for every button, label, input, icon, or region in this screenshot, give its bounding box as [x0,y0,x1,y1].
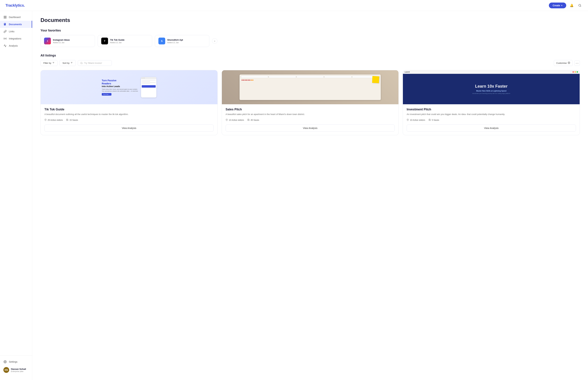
favorite-date: Added 21 Jan [167,41,183,43]
sidebar-item-links[interactable]: Links [0,28,32,35]
favorite-card-instagram[interactable]: I Instagram Ideas Added 21 Jan [40,35,95,47]
search-placeholder: Try 'Miami invoice' [84,62,102,64]
user-name: Hassan Sohail [11,368,26,370]
search-box-icon [80,62,83,64]
save-icon [429,119,431,121]
sales-preview-image [222,70,399,104]
favorite-thumbnail-tiktok: T [101,38,108,44]
topbar: Tracklytics. Create + 🔔 [0,0,588,11]
svg-rect-2 [4,16,5,17]
search-icon[interactable] [577,3,583,8]
card-title: Tik Tok Guide [44,108,214,111]
invest-content: Learn 10x Faster Master New Skills at Li… [403,74,580,104]
sidebar-item-dashboard[interactable]: Dashboard [0,14,32,21]
card-stats: 13 Active visitors 45 Saves [226,119,395,121]
preview-mockup [141,77,156,97]
stat-saves: 45 Saves [247,119,259,121]
sticky-note [372,76,379,83]
app-logo[interactable]: Tracklytics. [5,3,25,8]
visitors-count: 25 Active visitors [48,119,63,121]
user-details: Hassan Sohail Enterprise plan [11,368,26,372]
svg-line-18 [82,63,82,64]
integrations-icon [3,37,7,40]
favorite-name: Shoreditch Apt [167,38,183,41]
card-body: Sales Pitch A beautiful sales pitch for … [222,104,399,135]
sidebar-item-analysis[interactable]: Analysis [0,42,32,49]
invest-subheadline: Master New Skills at Lightning Speed [476,90,506,92]
filter-row: Filter by Sort by Try 'Miami invoice' [40,60,580,66]
svg-line-1 [580,6,581,6]
svg-point-21 [227,119,227,120]
create-plus-icon: + [561,4,563,7]
user-profile[interactable]: HS Hassan Sohail Enterprise plan [0,365,32,375]
avatar: HS [3,367,9,373]
view-analysis-button-sales[interactable]: View Analysis [226,125,395,132]
preview-sub: Track every click, hover, and second spe… [102,88,138,92]
create-button[interactable]: Create + [549,2,566,8]
filter-by-button[interactable]: Filter by [40,60,57,66]
favorite-card-tiktok[interactable]: T Tik Tok Guide Added 21 Jan [98,35,152,47]
sidebar: Dashboard Documents Links Integrations [0,11,32,380]
sidebar-item-integrations[interactable]: Integrations [0,35,32,42]
listings-title: All listings [40,54,580,57]
notification-icon[interactable]: 🔔 [569,3,574,8]
favorites-row: I Instagram Ideas Added 21 Jan T Tik Tok… [40,35,580,47]
card-title: Investment Pitch [407,108,576,111]
view-analysis-button-tiktok[interactable]: View Analysis [44,125,214,132]
page-title: Documents [40,17,580,23]
document-card-sales: Sales Pitch A beautiful sales pitch for … [222,70,399,135]
favorite-name: Instagram Ideas [53,38,70,41]
whiteboard-visual [240,75,381,100]
favorites-next-button[interactable]: › [212,38,217,44]
visitors-count: 13 Active visitors [229,119,244,121]
sort-by-button[interactable]: Sort by [59,60,76,66]
saves-count: 45 Saves [251,119,259,121]
analysis-icon [3,44,7,47]
svg-point-22 [407,119,408,120]
card-description: A beautiful document outlining all the u… [44,113,214,116]
logo-dot: . [24,3,25,7]
favorite-info: Instagram Ideas Added 21 Jan [53,38,70,43]
sidebar-item-label: Integrations [9,37,21,40]
card-title: Sales Pitch [226,108,395,111]
view-analysis-button-investment[interactable]: View Analysis [407,125,576,132]
save-icon [247,119,250,121]
stat-visitors: 10 Active visitors [407,119,425,121]
svg-rect-3 [5,16,6,17]
stat-saves: 15 Saves [66,119,78,121]
stat-visitors: 25 Active visitors [44,119,63,121]
svg-rect-8 [4,24,5,24]
svg-rect-7 [4,23,5,24]
location-icon [44,119,47,121]
sort-icon [70,62,73,64]
card-description: A beautiful sales pitch for an apartment… [226,113,395,116]
document-card-tiktok: Turn PassiveReaders into Active Leads Tr… [40,70,218,135]
minimize-dot [575,71,576,73]
all-listings-section: All listings Filter by Sort by [40,54,580,135]
sidebar-item-settings[interactable]: Settings [0,358,32,365]
favorite-date: Added 21 Jan [110,41,125,43]
settings-icon [3,360,7,363]
svg-point-17 [81,62,82,64]
card-body: Tik Tok Guide A beautiful document outli… [41,104,217,135]
favorite-card-shoreditch[interactable]: S Shoreditch Apt Added 21 Jan [155,35,209,47]
topbar-actions: Create + 🔔 [549,2,583,8]
visitors-count: 10 Active visitors [410,119,425,121]
card-description: An investment pitch that could win you b… [407,113,576,116]
saves-count: 15 Saves [69,119,78,121]
search-box[interactable]: Try 'Miami invoice' [78,60,112,66]
customise-button[interactable]: Customise [554,60,573,66]
gear-icon [568,62,570,64]
card-stats: 25 Active visitors 15 Saves [44,119,214,121]
sidebar-item-documents[interactable]: Documents [0,21,32,28]
stat-visitors: 13 Active visitors [226,119,244,121]
invest-brand-label: LearnX [405,71,410,73]
more-options-button[interactable]: ⋯ [574,60,580,66]
documents-grid: Turn PassiveReaders into Active Leads Tr… [40,70,580,135]
card-stats: 10 Active visitors 5 Saves [407,119,576,121]
user-plan: Enterprise plan [11,370,26,372]
favorites-title: Your favorites [40,29,580,32]
invest-desc: Accelerate your learning journey with ou… [472,93,510,94]
filter-icon [52,62,55,64]
location-icon [226,119,228,121]
